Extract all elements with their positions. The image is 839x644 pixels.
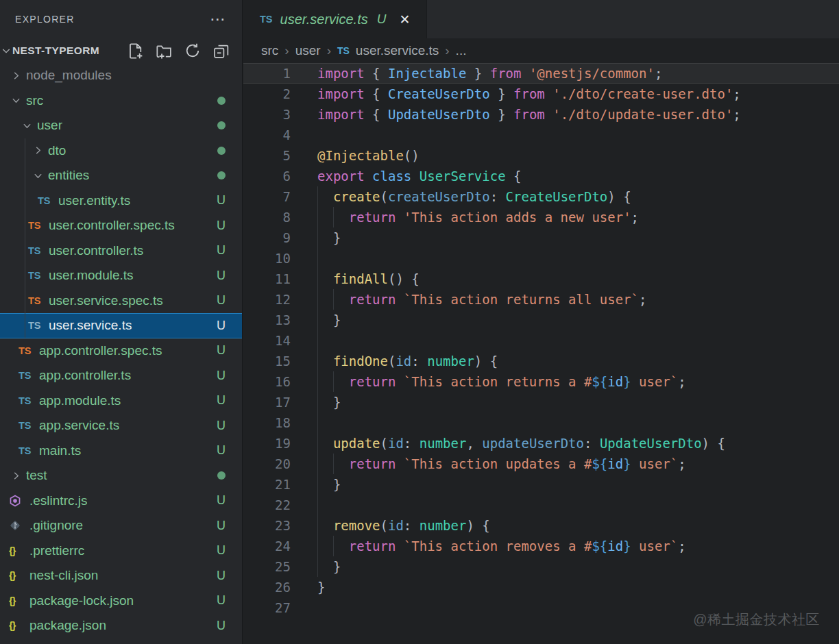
indent-guide <box>317 392 333 412</box>
line-number: 17 <box>243 392 291 412</box>
code-line-6[interactable]: 6export class UserService { <box>243 166 839 186</box>
git-modified-dot-badge <box>217 463 226 488</box>
tree-item-entities[interactable]: entities <box>0 163 242 188</box>
code-line-11[interactable]: 11 findAll() { <box>243 269 839 289</box>
tree-item-label: main.ts <box>39 443 81 458</box>
tree-item-dto[interactable]: dto <box>0 138 242 164</box>
explorer-actions <box>127 42 235 60</box>
indent-guide <box>317 433 333 454</box>
code-editor[interactable]: 1import { Injectable } from '@nestjs/com… <box>243 63 839 644</box>
git-modified-dot-badge <box>217 88 226 114</box>
tree-item-user.service.ts[interactable]: TSuser.service.tsU <box>0 313 242 338</box>
code-line-17[interactable]: 17 } <box>243 392 839 412</box>
git-untracked-badge: U <box>217 288 226 314</box>
explorer-title: EXPLORER <box>15 14 75 25</box>
git-modified-dot-badge <box>217 138 226 164</box>
tree-item-nest-cli.json[interactable]: {}nest-cli.jsonU <box>0 563 242 589</box>
tree-item-label: node_modules <box>26 68 112 83</box>
close-icon[interactable]: ✕ <box>399 12 410 27</box>
code-line-23[interactable]: 23 remove(id: number) { <box>243 515 839 536</box>
breadcrumb-item-...[interactable]: ... <box>456 43 467 58</box>
tree-indent-guide <box>25 138 25 338</box>
refresh-icon[interactable] <box>184 42 201 59</box>
code-line-19[interactable]: 19 update(id: number, updateUserDto: Upd… <box>243 433 839 454</box>
git-untracked-badge: U <box>217 313 226 338</box>
code-line-4[interactable]: 4 <box>243 125 839 145</box>
tree-item-src[interactable]: src <box>0 88 242 114</box>
tree-item-user.service.spec.ts[interactable]: TSuser.service.spec.tsU <box>0 288 242 314</box>
tree-item-.prettierrc[interactable]: {}.prettierrcU <box>0 538 242 564</box>
code-line-21[interactable]: 21 } <box>243 474 839 495</box>
tree-item-user.module.ts[interactable]: TSuser.module.tsU <box>0 263 242 288</box>
code-line-3[interactable]: 3import { UpdateUserDto } from './dto/up… <box>243 104 839 125</box>
tree-item-app.service.ts[interactable]: TSapp.service.tsU <box>0 413 242 438</box>
breadcrumb-item-src[interactable]: src <box>261 43 278 58</box>
code-line-5[interactable]: 5@Injectable() <box>243 145 839 166</box>
indent-guide <box>317 536 333 556</box>
line-number: 19 <box>243 433 291 454</box>
watermark: @稀土掘金技术社区 <box>693 610 820 629</box>
breadcrumb-item-user[interactable]: user <box>295 43 321 58</box>
code-line-15[interactable]: 15 findOne(id: number) { <box>243 351 839 371</box>
code-line-16[interactable]: 16 return `This action returns a #${id} … <box>243 371 839 392</box>
tree-item-main.ts[interactable]: TSmain.tsU <box>0 438 242 464</box>
indent-guide <box>317 248 333 269</box>
tree-item-package-lock.json[interactable]: {}package-lock.jsonU <box>0 589 242 614</box>
tree-item-app.controller.ts[interactable]: TSapp.controller.tsU <box>0 363 242 388</box>
tree-item-.eslintrc.js[interactable]: .eslintrc.jsU <box>0 488 242 514</box>
chevron-down-icon <box>11 95 21 106</box>
editor-area: TS user.service.ts U ✕ src›user›TSuser.s… <box>243 0 839 644</box>
tree-item-package.json[interactable]: {}package.jsonU <box>0 613 242 639</box>
line-number: 15 <box>243 351 291 371</box>
line-number: 7 <box>243 186 291 207</box>
tree-item-test[interactable]: test <box>0 463 242 488</box>
new-folder-icon[interactable] <box>156 42 173 60</box>
tree-item-user[interactable]: user <box>0 113 242 138</box>
code-line-1[interactable]: 1import { Injectable } from '@nestjs/com… <box>243 63 839 84</box>
code-line-10[interactable]: 10 <box>243 248 839 269</box>
code-line-18[interactable]: 18 <box>243 412 839 433</box>
git-untracked-badge: U <box>217 438 226 464</box>
code-line-7[interactable]: 7 create(createUserDto: CreateUserDto) { <box>243 186 839 207</box>
git-untracked-badge: U <box>217 263 226 288</box>
tree-item-.gitignore[interactable]: .gitignoreU <box>0 513 242 538</box>
code-line-14[interactable]: 14 <box>243 330 839 351</box>
code-line-8[interactable]: 8 return 'This action adds a new user'; <box>243 207 839 227</box>
tab-user-service[interactable]: TS user.service.ts U ✕ <box>243 0 427 38</box>
breadcrumb-separator: › <box>327 43 331 58</box>
collapse-folders-icon[interactable] <box>212 42 230 60</box>
line-number: 6 <box>243 166 291 186</box>
breadcrumb-item-user.service.ts[interactable]: TSuser.service.ts <box>337 43 439 58</box>
typescript-icon: TS <box>38 195 58 206</box>
tree-item-app.module.ts[interactable]: TSapp.module.tsU <box>0 388 242 414</box>
code-line-26[interactable]: 26} <box>243 577 839 597</box>
git-untracked-badge: U <box>217 213 226 238</box>
typescript-icon: TS <box>28 320 49 331</box>
code-line-13[interactable]: 13 } <box>243 310 839 330</box>
tree-item-app.controller.spec.ts[interactable]: TSapp.controller.spec.tsU <box>0 338 242 364</box>
file-tree: node_modulessrcuserdtoentitiesTSuser.ent… <box>0 63 242 639</box>
workspace-section-header[interactable]: NEST-TYPEORM <box>0 38 242 63</box>
tree-item-label: user.service.ts <box>49 318 132 333</box>
line-number: 24 <box>243 536 291 556</box>
code-line-25[interactable]: 25 } <box>243 556 839 577</box>
tree-item-user.entity.ts[interactable]: TSuser.entity.tsU <box>0 188 242 214</box>
chevron-right-icon <box>11 471 21 481</box>
tree-item-user.controller.spec.ts[interactable]: TSuser.controller.spec.tsU <box>0 213 242 238</box>
explorer-more-icon[interactable]: ⋯ <box>210 16 227 23</box>
code-line-9[interactable]: 9 } <box>243 227 839 248</box>
tree-item-label: .prettierrc <box>29 543 84 558</box>
typescript-spec-icon: TS <box>28 220 49 231</box>
indent-guide <box>317 289 333 310</box>
indent-guide <box>317 474 333 495</box>
code-line-20[interactable]: 20 return `This action updates a #${id} … <box>243 454 839 474</box>
tree-item-user.controller.ts[interactable]: TSuser.controller.tsU <box>0 238 242 264</box>
indent-guide <box>317 495 333 515</box>
code-line-12[interactable]: 12 return `This action returns all user`… <box>243 289 839 310</box>
code-line-24[interactable]: 24 return `This action removes a #${id} … <box>243 536 839 556</box>
code-line-22[interactable]: 22 <box>243 495 839 515</box>
tree-item-node-modules[interactable]: node_modules <box>0 63 242 88</box>
new-file-icon[interactable] <box>127 42 144 60</box>
line-number: 10 <box>243 248 291 269</box>
code-line-2[interactable]: 2import { CreateUserDto } from './dto/cr… <box>243 84 839 104</box>
